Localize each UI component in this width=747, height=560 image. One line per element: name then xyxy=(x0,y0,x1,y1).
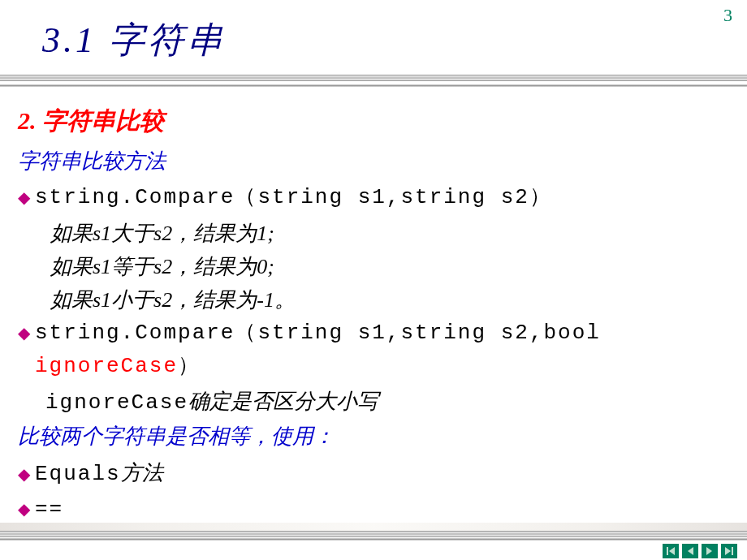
subtitle-equality: 比较两个字符串是否相等，使用： xyxy=(18,420,729,453)
nav-last-button[interactable] xyxy=(721,544,737,558)
prev-icon xyxy=(684,545,696,557)
title-area: 3.1 字符串 xyxy=(0,0,747,75)
sig-ignorecase: ignoreCase xyxy=(35,354,178,378)
sig-after: ） xyxy=(178,354,201,378)
diamond-icon: ◆ xyxy=(18,497,30,521)
diamond-icon: ◆ xyxy=(18,462,30,486)
diamond-icon: ◆ xyxy=(18,321,30,345)
result-less: 如果s1小于s2，结果为-1。 xyxy=(18,283,729,317)
ignorecase-word: ignoreCase xyxy=(45,390,188,415)
method-signature-text: string.Compare（string s1,string s2） xyxy=(35,181,552,214)
first-icon xyxy=(665,545,676,557)
page-number: 3 xyxy=(723,5,732,26)
next-icon xyxy=(704,545,715,557)
section-heading: 2. 字符串比较 xyxy=(18,101,729,140)
method-signature-text-2: string.Compare（string s1,string s2,bool … xyxy=(35,317,729,383)
eq-op-text: == xyxy=(35,493,63,526)
nav-prev-button[interactable] xyxy=(682,544,698,558)
divider-bottom-thin xyxy=(0,538,747,541)
slide-title: 3.1 字符串 xyxy=(42,16,747,64)
equals-text: Equals方法 xyxy=(35,456,163,491)
compare-signature-2: ◆ string.Compare（string s1,string s2,boo… xyxy=(18,317,729,383)
nav-next-button[interactable] xyxy=(702,544,718,558)
nav-first-button[interactable] xyxy=(663,544,679,558)
result-equal: 如果s1等于s2，结果为0; xyxy=(18,250,729,283)
compare-signature-1: ◆ string.Compare（string s1,string s2） xyxy=(18,181,729,214)
divider-bottom xyxy=(0,531,747,537)
subtitle-compare-methods: 字符串比较方法 xyxy=(18,144,729,178)
last-icon xyxy=(723,545,735,557)
bullet-eq-operator: ◆ == xyxy=(18,493,729,526)
diamond-icon: ◆ xyxy=(18,185,30,209)
ignorecase-rest: 确定是否区分大小写 xyxy=(188,390,378,413)
bullet-equals-method: ◆ Equals方法 xyxy=(18,456,729,491)
result-greater: 如果s1大于s2，结果为1; xyxy=(18,217,729,250)
slide-content: 2. 字符串比较 字符串比较方法 ◆ string.Compare（string… xyxy=(0,101,747,526)
divider-top xyxy=(0,75,747,81)
nav-button-group xyxy=(663,544,737,558)
sig-before: string.Compare（string s1,string s2,bool xyxy=(35,321,601,345)
ignorecase-desc: ignoreCase确定是否区分大小写 xyxy=(18,385,729,420)
divider-top-thin xyxy=(0,84,747,87)
bottom-decoration xyxy=(0,523,747,531)
